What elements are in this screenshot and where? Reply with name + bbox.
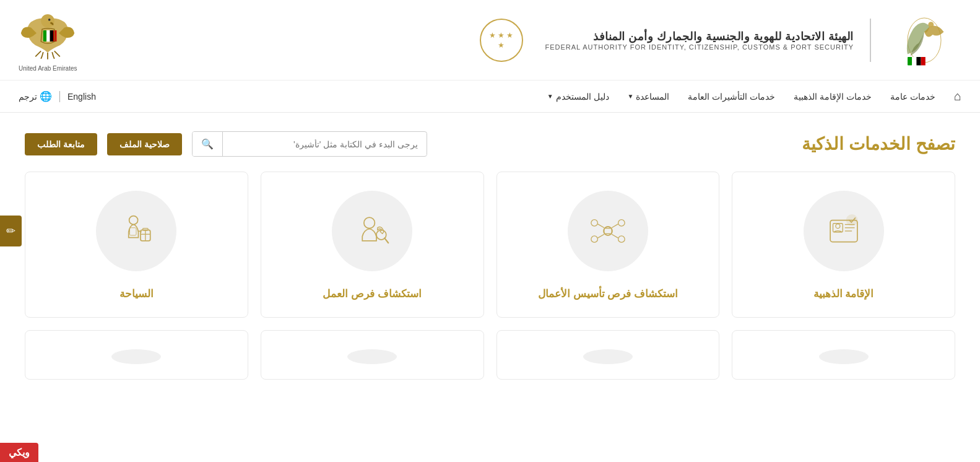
card-business[interactable]: استكشاف فرص تأسيس الأعمال [497,172,720,318]
star-3: ★ [489,31,496,40]
falcon-logo [887,12,961,68]
search-button[interactable]: 🔍 [193,132,223,156]
logo-divider [870,19,871,62]
help-dropdown-icon: ▼ [628,93,634,100]
star-4: ★ [498,41,505,50]
svg-point-22 [591,236,598,243]
nav-user-guide[interactable]: دليل المستخدم ▼ [547,83,609,110]
svg-point-18 [846,215,857,226]
nav-golden-residence[interactable]: خدمات الإقامة الذهبية [794,83,872,110]
svg-rect-2 [908,57,912,66]
nav-general-services[interactable]: خدمات عامة [890,83,935,110]
search-and-buttons: متابعة الطلب صلاحية الملف 🔍 [25,131,427,157]
card-label-work: استكشاف فرص العمل [323,286,421,302]
tourism-icon [115,209,158,253]
main-content: تصفح الخدمات الذكية متابعة الطلب صلاحية … [0,113,980,392]
partial-icon-circle-2 [583,349,633,364]
golden-residence-icon [822,209,865,253]
stars-emblem: ★ ★ ★ ★ [480,19,523,62]
uae-country-label: United Arab Emirates [19,65,77,72]
svg-line-26 [597,234,604,238]
navigation-bar: ⌂ خدمات عامة خدمات الإقامة الذهبية خدمات… [0,81,980,113]
card-icon-circle-work [332,191,412,271]
search-box: 🔍 [192,131,427,157]
svg-rect-9 [46,30,50,41]
svg-point-32 [129,216,138,225]
business-icon [586,209,630,253]
svg-line-31 [384,238,388,243]
edit-icon: ✏ [6,225,15,237]
card-partial-1[interactable] [732,330,955,380]
star-2: ★ [498,31,505,40]
star-1: ★ [506,31,513,40]
svg-point-1 [928,22,934,27]
nav-items-left: English 🌐 ترجم [19,90,96,102]
svg-rect-10 [50,30,53,41]
nav-home[interactable]: ⌂ [954,81,961,112]
svg-rect-5 [921,57,926,66]
partial-icon-circle-3 [347,349,397,364]
work-icon [350,209,394,253]
card-partial-2[interactable] [497,330,720,380]
logo-english-text: FEDERAL AUTHORITY FOR IDENTITY, CITIZENS… [545,43,854,51]
svg-point-14 [836,224,840,229]
card-icon-circle-golden [804,191,884,271]
svg-line-25 [612,224,618,228]
logo-arabic-text: الهيئة الاتحادية للهوية والجنسية والجمار… [593,30,854,43]
svg-point-7 [48,19,51,21]
card-icon-circle-business [568,191,648,271]
nav-lang-divider [59,91,60,102]
partial-icon-circle-4 [111,349,161,364]
track-request-button[interactable]: متابعة الطلب [25,133,97,155]
svg-point-6 [41,14,54,28]
svg-rect-28 [604,229,612,234]
uae-eagle-logo [20,8,76,64]
side-edit-button[interactable]: ✏ [0,216,22,246]
search-icon: 🔍 [201,138,214,150]
nav-help[interactable]: المساعدة ▼ [628,83,670,110]
svg-line-27 [612,234,618,238]
search-input[interactable] [223,133,427,155]
page-header: الهيئة الاتحادية للهوية والجنسية والجمار… [0,0,980,81]
svg-rect-4 [916,57,921,66]
services-cards-grid: الإقامة الذهبية [25,172,955,318]
svg-point-20 [591,220,598,227]
svg-rect-37 [130,228,137,235]
card-label-business: استكشاف فرص تأسيس الأعمال [538,286,678,302]
card-partial-3[interactable] [261,330,484,380]
svg-point-21 [618,220,625,227]
logo-text-block: الهيئة الاتحادية للهوية والجنسية والجمار… [545,30,854,51]
nav-translate[interactable]: 🌐 ترجم [19,90,52,102]
card-icon-circle-tourism [96,191,176,271]
partial-icon-circle-1 [819,349,869,364]
translate-icon: 🌐 [40,90,52,102]
user-guide-dropdown-icon: ▼ [547,93,553,100]
svg-point-29 [364,217,375,229]
nav-items-right: ⌂ خدمات عامة خدمات الإقامة الذهبية خدمات… [547,81,961,112]
card-tourism[interactable]: السياحة [25,172,248,318]
bottom-cards-partial [25,330,955,380]
card-golden-residence[interactable]: الإقامة الذهبية [732,172,955,318]
card-work[interactable]: استكشاف فرص العمل [261,172,484,318]
nav-visa-services[interactable]: خدمات التأشيرات العامة [688,83,775,110]
home-icon: ⌂ [954,89,961,103]
card-label-tourism: السياحة [119,286,154,302]
svg-rect-3 [912,57,916,66]
header-logo-area: الهيئة الاتحادية للهوية والجنسية والجمار… [480,12,962,68]
card-label-golden: الإقامة الذهبية [813,286,874,302]
svg-line-24 [597,224,604,228]
svg-rect-8 [43,30,46,41]
browse-title: تصفح الخدمات الذكية [802,134,955,154]
nav-english-link[interactable]: English [67,92,96,102]
svg-point-23 [618,236,625,243]
uae-logo-area: United Arab Emirates [19,8,77,72]
card-partial-4[interactable] [25,330,248,380]
browse-header-row: تصفح الخدمات الذكية متابعة الطلب صلاحية … [25,131,955,157]
file-validity-button[interactable]: صلاحية الملف [107,133,182,155]
